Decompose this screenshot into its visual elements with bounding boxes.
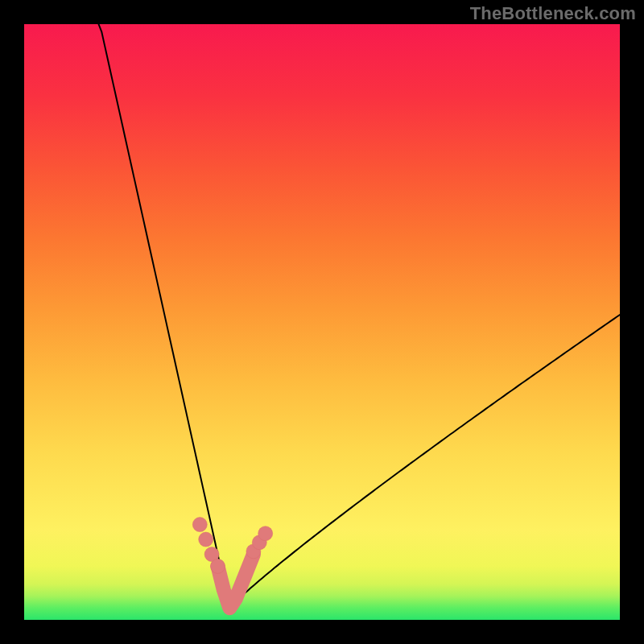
highlight-dot (211, 559, 225, 573)
highlight-dot (192, 518, 207, 532)
bottleneck-curve-chart (24, 24, 620, 620)
bottleneck-curve (99, 24, 621, 608)
highlight-dot (199, 532, 213, 547)
highlight-dots (192, 518, 272, 574)
watermark-label: TheBottleneck.com (470, 3, 636, 24)
chart-plot-area (24, 24, 620, 620)
highlight-dot (258, 526, 273, 541)
